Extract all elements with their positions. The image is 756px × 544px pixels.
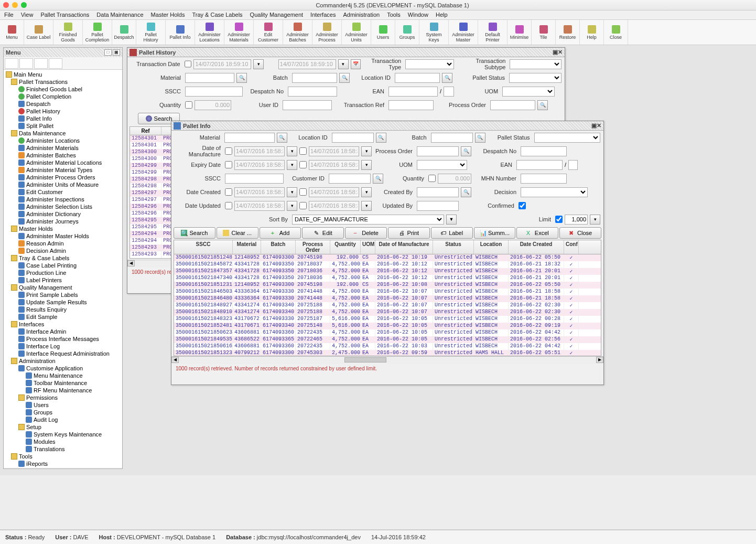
pi-cr2-cal-icon[interactable]: ▾ — [361, 187, 372, 197]
toolbar-administer-batches-button[interactable]: Administer Batches — [283, 20, 312, 45]
pi-customer-input[interactable] — [329, 174, 371, 184]
menu-pallet-transactions[interactable]: Pallet Transactions — [40, 12, 89, 18]
tree-item-update-sample-results[interactable]: Update Sample Results — [4, 298, 122, 306]
pi-search-button[interactable]: 🔍Search — [174, 227, 215, 239]
pi-excel-button[interactable]: XExcel — [516, 227, 558, 239]
pi-dom1-cal-icon[interactable]: ▾ — [287, 146, 297, 156]
pi-batch-input[interactable] — [431, 133, 473, 143]
pallet-history-title[interactable]: Pallet History ▣ ✕ — [127, 48, 565, 57]
tree-item-administer-units-of-measure[interactable]: Administer Units of Measure — [4, 181, 122, 188]
toolbar-users-button[interactable]: Users — [371, 20, 395, 45]
toolbar-menu-button[interactable]: Menu — [0, 20, 24, 45]
tree-item-print-sample-labels[interactable]: Print Sample Labels — [4, 291, 122, 298]
pi-exp1-cal-icon[interactable]: ▾ — [287, 160, 297, 170]
pi-created-2[interactable] — [309, 187, 359, 197]
toolbar-administer-master-button[interactable]: Administer Master — [449, 20, 478, 45]
ph-scroll-left-icon[interactable]: ◀ — [127, 260, 135, 266]
tree-item-administer-process-orders[interactable]: Administer Process Orders — [4, 174, 122, 181]
tree-item-administer-materials[interactable]: Administer Materials — [4, 144, 122, 152]
toolbar-close-button[interactable]: Close — [604, 20, 628, 45]
tree-item-menu-maintenance[interactable]: Menu Maintenance — [4, 372, 122, 379]
pi-add-button[interactable]: +Add — [260, 227, 301, 239]
ph-trans-date-2[interactable] — [278, 59, 336, 69]
pi-qty-check[interactable] — [428, 175, 436, 182]
pi-qty-input[interactable] — [438, 174, 471, 184]
pi-scroll-right-icon[interactable]: ▶ — [596, 357, 603, 363]
pi-created-1[interactable] — [234, 187, 285, 197]
tree-item-administer-journeys[interactable]: Administer Journeys — [4, 218, 122, 225]
menu-master-holds[interactable]: Master Holds — [151, 12, 185, 18]
pi-expiry-check2[interactable] — [299, 161, 307, 168]
tree-btn-3[interactable] — [34, 58, 48, 69]
menu-file[interactable]: File — [4, 12, 14, 18]
pi-pallet-status-select[interactable] — [534, 133, 600, 143]
tree-item-main-menu[interactable]: Main Menu — [4, 71, 122, 78]
pi-limit-spin-icon[interactable]: ▾ — [590, 215, 600, 225]
tree-item-production-line[interactable]: Production Line — [4, 269, 122, 276]
pi-col-quantity[interactable]: Quantity — [330, 240, 361, 254]
pi-batch-lookup-icon[interactable]: 🔍 — [475, 133, 485, 143]
tree-item-edit-sample[interactable]: Edit Sample — [4, 313, 122, 321]
menu-quality-management[interactable]: Quality Management — [250, 12, 304, 18]
ph-date2-spin-icon[interactable]: ▾ — [338, 59, 349, 69]
tree-item-users[interactable]: Users — [4, 401, 122, 409]
pi-col-status[interactable]: Status — [433, 240, 474, 254]
ph-material-input[interactable] — [185, 73, 234, 83]
pallet-info-title[interactable]: Pallet Info ▣ ✕ — [171, 121, 603, 131]
pi-updated-check1[interactable] — [225, 202, 232, 209]
pi-po-lookup-icon[interactable]: 🔍 — [461, 146, 471, 156]
ph-sscc-input[interactable] — [185, 87, 243, 97]
tree-item-administer-master-holds[interactable]: Administer Master Holds — [4, 232, 122, 240]
tree-item-master-holds[interactable]: Master Holds — [4, 225, 122, 232]
pi-created-by-lookup-icon[interactable]: 🔍 — [461, 187, 471, 197]
pi-location-input[interactable] — [332, 133, 374, 143]
ph-trans-type-select[interactable] — [405, 59, 454, 69]
ph-batch-input[interactable] — [292, 73, 337, 83]
tree-item-pallet-completion[interactable]: Pallet Completion — [4, 93, 122, 100]
menu-view[interactable]: View — [21, 12, 34, 18]
pi-edit-button[interactable]: ✎Edit — [302, 227, 344, 239]
toolbar-edit-customer-button[interactable]: Edit Customer — [254, 20, 283, 45]
tree-btn-4[interactable] — [49, 58, 62, 69]
menu-interfaces[interactable]: Interfaces — [310, 12, 336, 18]
toolbar-pallet-completion-button[interactable]: Pallet Completion — [83, 20, 112, 45]
pi-label-button[interactable]: 🏷Label — [431, 227, 473, 239]
tree-item-case-label-printing[interactable]: Case Label Printing — [4, 262, 122, 269]
table-row[interactable]: 3500016150218489104334127461740933402072… — [174, 309, 601, 316]
table-row[interactable]: 3500016150218506234360688161740933602072… — [174, 329, 601, 336]
tree-item-reason-admin[interactable]: Reason Admin — [4, 240, 122, 247]
tree-btn-1[interactable] — [5, 58, 18, 69]
tree-item-interface-request-administration[interactable]: Interface Request Administration — [4, 350, 122, 357]
tree-item-process-interface-messages[interactable]: Process Interface Messages — [4, 335, 122, 343]
ph-location-lookup-icon[interactable]: 🔍 — [442, 73, 452, 83]
pi-scroll-thumb[interactable] — [344, 357, 386, 362]
tree-item-administer-material-types[interactable]: Administer Material Types — [4, 166, 122, 174]
pi-close-button[interactable]: ✖Close — [559, 227, 601, 239]
tree-item-label-printers[interactable]: Label Printers — [4, 276, 122, 284]
pi-exp2-cal-icon[interactable]: ▾ — [361, 160, 372, 170]
tree-item-administer-locations[interactable]: Administer Locations — [4, 137, 122, 144]
pi-location-lookup-icon[interactable]: 🔍 — [376, 133, 386, 143]
pi-dom2-cal-icon[interactable]: ▾ — [361, 146, 372, 156]
tree-item-split-pallet[interactable]: Split Pallet — [4, 122, 122, 130]
toolbar-administer-locations-button[interactable]: Administer Locations — [195, 20, 224, 45]
tree-item-administer-selection-lists[interactable]: Administer Selection Lists — [4, 203, 122, 210]
pi-up1-cal-icon[interactable]: ▾ — [287, 201, 297, 211]
toolbar-pallet-history-button[interactable]: Pallet History — [136, 20, 166, 45]
toolbar-finished-goods-button[interactable]: Finished Goods — [53, 20, 83, 45]
toolbar-restore-button[interactable]: Restore — [556, 20, 580, 45]
pi-col-sscc[interactable]: SSCC — [174, 240, 233, 254]
toolbar-administer-process-button[interactable]: Administer Process — [312, 20, 342, 45]
pi-sort-select[interactable]: DATE_OF_MANUFACTURE — [292, 215, 444, 225]
menu-help[interactable]: Help — [436, 12, 448, 18]
pi-ean-var-input[interactable] — [568, 160, 578, 170]
pi-customer-lookup-icon[interactable]: 🔍 — [373, 174, 383, 184]
pi-expiry-check1[interactable] — [225, 161, 232, 168]
toolbar-minimise-button[interactable]: Minimise — [507, 20, 532, 45]
ph-qty-input[interactable] — [195, 100, 231, 110]
pi-limit-check[interactable] — [555, 216, 563, 223]
pi-close-icon[interactable]: ✕ — [597, 122, 601, 129]
pi-up2-cal-icon[interactable]: ▾ — [361, 201, 372, 211]
pi-col-process-order[interactable]: Process Order — [296, 240, 330, 254]
tree-item-system-keys-maintenance[interactable]: System Keys Maintenance — [4, 431, 122, 438]
